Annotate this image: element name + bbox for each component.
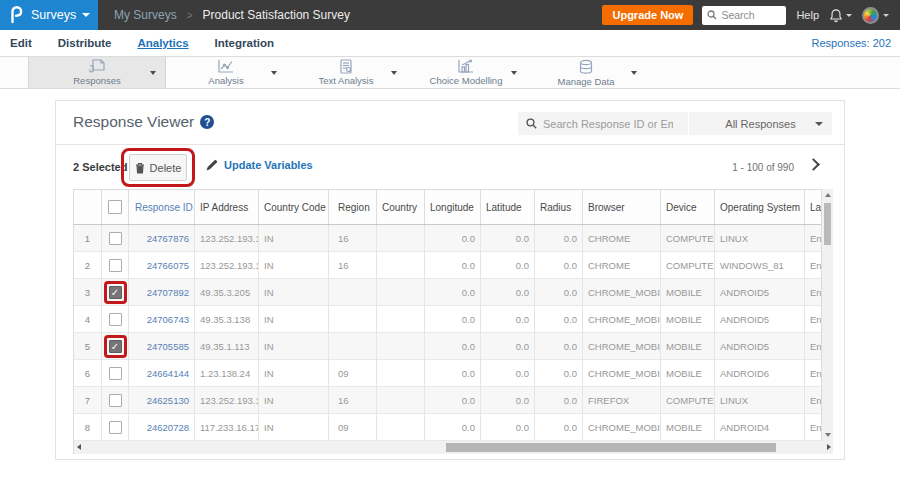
- delete-button[interactable]: Delete: [129, 154, 187, 181]
- select-all-checkbox[interactable]: [108, 200, 122, 214]
- scroll-right-icon[interactable]: [827, 444, 831, 450]
- cell-longitude: 0.0: [425, 225, 481, 251]
- cell-country_code: IN: [259, 387, 329, 413]
- horizontal-scrollbar[interactable]: [74, 441, 833, 454]
- row-checkbox[interactable]: ✓: [109, 340, 122, 353]
- pagination-range: 1 - 100 of 990: [732, 162, 794, 173]
- cell-num: 8: [74, 414, 102, 440]
- header-device[interactable]: Device: [661, 190, 715, 224]
- row-checkbox[interactable]: [109, 313, 122, 326]
- cell-country_code: IN: [259, 252, 329, 278]
- questionpro-logo-icon[interactable]: [9, 6, 23, 24]
- tab-distribute[interactable]: Distribute: [58, 37, 112, 49]
- chevron-down-icon[interactable]: [391, 71, 397, 75]
- response-id-link[interactable]: 24620728: [129, 414, 195, 440]
- row-checkbox[interactable]: [109, 421, 122, 434]
- response-search-input[interactable]: [543, 118, 673, 130]
- chevron-down-icon[interactable]: [511, 71, 517, 75]
- upgrade-now-button[interactable]: Upgrade Now: [602, 5, 693, 25]
- toolbar-item-choice-modelling[interactable]: Choice Modelling: [406, 57, 526, 88]
- header-ip-address[interactable]: IP Address: [195, 190, 259, 224]
- response-viewer-panel: Response Viewer ? All Responses 2 Select…: [55, 100, 845, 460]
- header-longitude[interactable]: Longitude: [425, 190, 481, 224]
- breadcrumb-separator: >: [187, 10, 193, 21]
- next-page-icon[interactable]: [807, 158, 820, 171]
- response-search[interactable]: [518, 112, 688, 135]
- scroll-up-icon[interactable]: [825, 193, 831, 197]
- cell-browser: CHROME_MOBILE: [583, 279, 661, 305]
- header-operating-system[interactable]: Operating System: [715, 190, 805, 224]
- global-search[interactable]: [702, 6, 786, 25]
- search-icon: [526, 118, 537, 129]
- toolbar-item-label: Analysis: [208, 76, 243, 86]
- cell-longitude: 0.0: [425, 333, 481, 359]
- tab-analytics[interactable]: Analytics: [137, 37, 188, 49]
- header-region[interactable]: Region: [329, 190, 377, 224]
- response-id-link[interactable]: 24664144: [129, 360, 195, 386]
- response-id-link[interactable]: 24767876: [129, 225, 195, 251]
- tab-edit[interactable]: Edit: [10, 37, 32, 49]
- toolbar-item-text-analysis[interactable]: Text Analysis: [286, 57, 406, 88]
- header-radius[interactable]: Radius: [535, 190, 583, 224]
- cell-browser: CHROME_MOBILE: [583, 306, 661, 332]
- scroll-down-icon[interactable]: [825, 433, 831, 437]
- cell-device: COMPUTER: [661, 387, 715, 413]
- header-browser[interactable]: Browser: [583, 190, 661, 224]
- chevron-down-icon[interactable]: [631, 71, 637, 75]
- vertical-scrollbar[interactable]: [821, 189, 833, 441]
- cell-country: [377, 225, 425, 251]
- response-id-link[interactable]: 24706743: [129, 306, 195, 332]
- chevron-down-icon[interactable]: [271, 71, 277, 75]
- notifications-menu[interactable]: [829, 8, 852, 23]
- global-search-input[interactable]: [721, 9, 781, 21]
- row-checkbox[interactable]: [109, 394, 122, 407]
- delete-button-label: Delete: [150, 162, 182, 174]
- toolbar-item-label: Manage Data: [557, 77, 614, 87]
- toolbar-item-responses[interactable]: Responses: [28, 57, 166, 88]
- responses-count[interactable]: Responses: 202: [812, 37, 892, 49]
- text-analysis-icon: [338, 59, 354, 74]
- table-row: 3✓2470789249.35.3.205IN0.00.00.0CHROME_M…: [74, 279, 833, 306]
- breadcrumb-my-surveys[interactable]: My Surveys: [114, 8, 177, 22]
- header-latitude[interactable]: Latitude: [481, 190, 535, 224]
- row-checkbox-cell: [102, 360, 129, 386]
- header-response-id[interactable]: Response ID: [129, 190, 195, 224]
- header-country[interactable]: Country: [377, 190, 425, 224]
- response-id-link[interactable]: 24705585: [129, 333, 195, 359]
- help-link[interactable]: Help: [796, 9, 819, 21]
- cell-longitude: 0.0: [425, 414, 481, 440]
- account-menu[interactable]: [862, 7, 889, 24]
- row-checkbox[interactable]: [109, 259, 122, 272]
- cell-radius: 0.0: [535, 414, 583, 440]
- toolbar-item-analysis[interactable]: Analysis: [166, 57, 286, 88]
- toolbar-item-label: Responses: [73, 76, 121, 86]
- horizontal-scrollbar-thumb[interactable]: [446, 443, 776, 452]
- cell-radius: 0.0: [535, 225, 583, 251]
- response-filter-dropdown[interactable]: All Responses: [689, 112, 832, 135]
- cell-region: 09: [329, 414, 377, 440]
- header-label: Response ID: [135, 202, 193, 213]
- surveys-menu[interactable]: Surveys: [31, 8, 90, 22]
- analytics-toolbar: Responses Analysis Text Analysis: [0, 56, 900, 89]
- cell-country_code: IN: [259, 333, 329, 359]
- tab-integration[interactable]: Integration: [215, 37, 274, 49]
- avatar: [862, 7, 879, 24]
- vertical-scrollbar-thumb[interactable]: [824, 203, 831, 245]
- trash-icon: [135, 162, 145, 174]
- cell-device: COMPUTER: [661, 225, 715, 251]
- help-icon[interactable]: ?: [200, 115, 214, 129]
- scroll-left-icon[interactable]: [77, 444, 81, 450]
- response-id-link[interactable]: 24707892: [129, 279, 195, 305]
- row-checkbox-cell: ✓: [102, 279, 129, 305]
- table-row: 224766075123.252.193.148IN160.00.00.0CHR…: [74, 252, 833, 279]
- response-id-link[interactable]: 24766075: [129, 252, 195, 278]
- row-checkbox[interactable]: [109, 232, 122, 245]
- chevron-down-icon[interactable]: [150, 71, 156, 75]
- row-checkbox[interactable]: ✓: [109, 286, 122, 299]
- row-checkbox[interactable]: [109, 367, 122, 380]
- header-checkbox-cell: [102, 190, 129, 224]
- response-id-link[interactable]: 24625130: [129, 387, 195, 413]
- toolbar-item-manage-data[interactable]: Manage Data: [526, 57, 646, 88]
- update-variables-button[interactable]: Update Variables: [206, 159, 313, 171]
- header-country-code[interactable]: Country Code: [259, 190, 329, 224]
